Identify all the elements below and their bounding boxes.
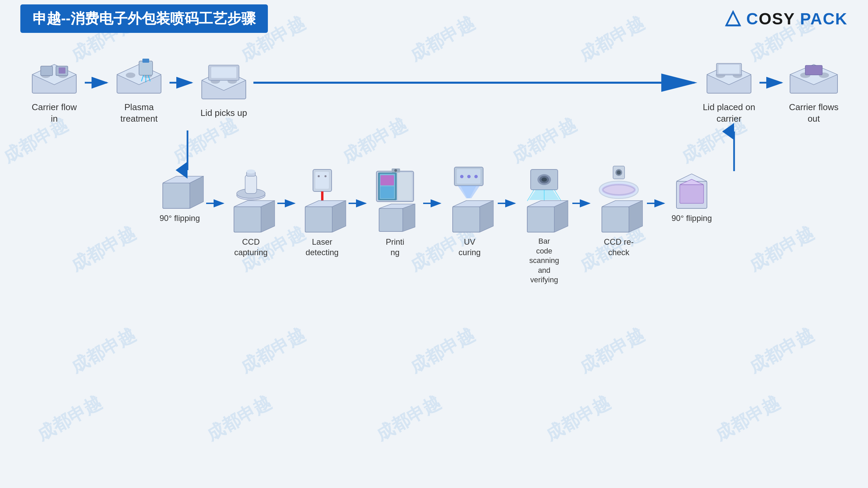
logo-icon [725,10,742,27]
arrow-b2 [275,197,298,210]
svg-rect-47 [163,183,190,208]
plasma-treatment-label: Plasma treatment [120,102,158,125]
step-plasma-treatment: Plasma treatment [112,54,166,125]
90-flipping-1-label: 90° flipping [159,213,200,223]
printing-label: Printi ng [386,237,405,258]
step-90-flipping-2: 90° flipping [668,166,715,223]
step-uv-curing: UV curing [444,166,495,258]
lid-picks-up-icon [197,60,251,104]
step-barcode-scanning: Bar code scanning and verifying [519,166,570,285]
svg-rect-57 [234,207,261,232]
arrow-b1 [203,197,227,210]
logo-area: COSY PACK [725,9,848,28]
lid-placed-icon [702,54,756,98]
step-carrier-flow-in: Carrier flow in [27,54,81,125]
watermark-16: 成都申越 [66,323,139,379]
svg-point-104 [541,178,547,182]
svg-point-64 [318,175,320,177]
svg-rect-116 [602,207,629,232]
svg-rect-8 [59,67,65,74]
watermark-24: 成都申越 [541,391,614,447]
laser-detecting-label: Laser detecting [305,237,338,258]
svg-point-115 [602,184,636,196]
svg-rect-80 [379,208,403,231]
watermark-21: 成都申越 [33,391,105,447]
svg-point-91 [474,175,478,178]
long-arrow [251,74,702,91]
svg-rect-63 [315,172,329,189]
step-ccd-capturing: CCD capturing [227,166,275,258]
svg-rect-27 [211,67,236,78]
plasma-treatment-icon [112,54,166,98]
svg-point-65 [324,175,327,177]
svg-point-89 [460,175,463,178]
carrier-flows-out-icon [787,54,841,98]
lid-placed-label: Lid placed on carrier [703,102,755,125]
svg-rect-6 [41,66,53,76]
arrow-2 [166,74,197,91]
step-lid-picks-up: Lid picks up [197,60,251,119]
step-lid-placed: Lid placed on carrier [702,54,756,125]
lid-picks-up-label: Lid picks up [200,107,247,119]
uv-curing-label: UV curing [458,237,480,258]
carrier-flow-in-icon [27,54,81,98]
svg-rect-76 [380,186,394,198]
svg-point-13 [126,73,135,78]
step-carrier-flows-out: Carrier flows out [787,54,841,125]
barcode-scanning-label: Bar code scanning and verifying [529,237,559,285]
carrier-flow-in-label: Carrier flow in [27,102,81,125]
arrow-4 [756,74,787,91]
step-printing: Printi ng [370,166,420,258]
watermark-23: 成都申越 [372,391,445,447]
up-arrow [726,129,743,173]
svg-rect-75 [380,175,394,185]
svg-point-79 [394,169,397,172]
watermark-19: 成都申越 [575,323,648,379]
ccd-recheck-label: CCD re- check [604,237,634,258]
watermark-22: 成都申越 [202,391,275,447]
svg-rect-92 [453,207,480,232]
svg-point-112 [617,170,621,175]
page-title: 申越--消费电子外包装喷码工艺步骤 [20,4,268,33]
watermark-25: 成都申越 [711,391,784,447]
arrow-b3 [346,197,370,210]
svg-marker-82 [403,204,415,231]
svg-point-90 [467,175,471,178]
svg-rect-67 [305,207,332,232]
arrow-1 [81,74,112,91]
step-90-flipping-1: 90° flipping [156,166,203,223]
watermark-20: 成都申越 [745,323,817,379]
svg-marker-0 [726,12,740,25]
logo-text: COSY PACK [746,9,848,28]
svg-rect-66 [321,191,323,201]
svg-rect-15 [139,61,153,75]
down-arrow [179,129,196,173]
svg-rect-123 [680,185,704,203]
arrow-b5 [495,197,519,210]
svg-point-56 [246,169,255,174]
svg-rect-16 [142,59,149,63]
90-flipping-2-label: 90° flipping [671,213,712,223]
svg-rect-77 [398,172,412,200]
watermark-18: 成都申越 [406,323,478,379]
arrow-b7 [644,197,668,210]
svg-rect-42 [805,65,822,75]
carrier-flows-out-label: Carrier flows out [789,102,839,125]
svg-rect-54 [245,175,257,194]
step-ccd-recheck: CCD re- check [593,166,644,258]
arrow-b4 [420,197,444,210]
watermark-17: 成都申越 [236,323,309,379]
arrow-b6 [570,197,593,210]
step-laser-detecting: Laser detecting [298,166,346,258]
ccd-capturing-label: CCD capturing [234,237,268,258]
header: 申越--消费电子外包装喷码工艺步骤 COSY PACK [0,0,868,37]
svg-rect-35 [718,65,739,74]
svg-rect-105 [527,207,554,232]
